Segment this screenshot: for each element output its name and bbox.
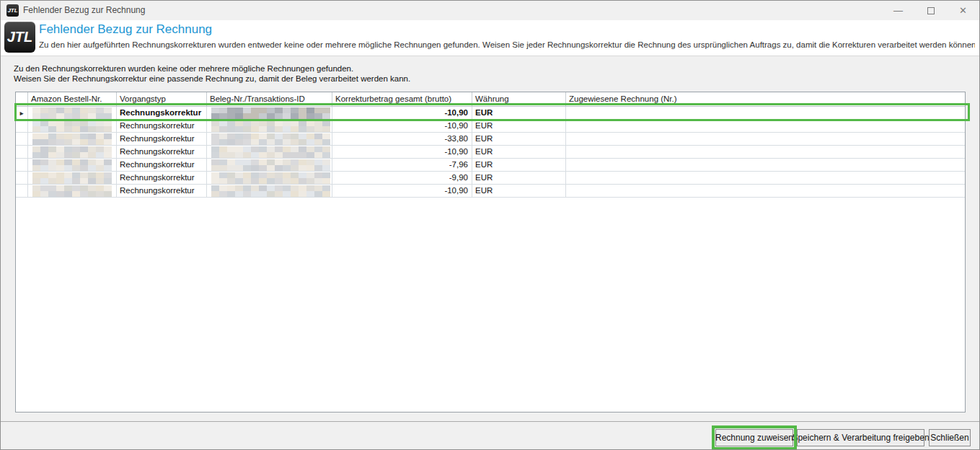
cell-waehrung: EUR [472,107,566,119]
table-row[interactable]: Rechnungskorrektur -7,96 EUR [16,159,965,172]
cell-zugewiesene-rechnung [566,146,965,158]
redacted-data [211,120,332,132]
row-selector-cell [16,120,28,132]
corrections-table: Amazon Bestell-Nr. Vorgangstyp Beleg-Nr.… [15,92,966,412]
row-selector-cell [16,133,28,145]
cell-korrekturbetrag: -7,96 [332,159,472,171]
cell-beleg-nr [207,107,332,119]
cell-beleg-nr [207,185,332,197]
row-selector-arrow-icon: ▸ [20,110,24,117]
redacted-data [32,185,115,197]
close-icon: ✕ [959,5,967,16]
cell-korrekturbetrag: -33,80 [332,133,472,145]
maximize-button[interactable] [914,1,947,20]
redacted-data [211,107,332,119]
cell-korrekturbetrag: -10,90 [332,120,472,132]
save-and-release-button[interactable]: Speichern & Verarbeitung freigeben [797,429,924,446]
cell-vorgangstyp: Rechnungskorrektur [117,159,207,171]
redacted-data [211,133,332,145]
column-header-waehrung[interactable]: Währung [472,92,566,106]
assign-invoice-button[interactable]: Rechnung zuweisen [715,429,793,446]
dialog-header: JTL Fehlender Bezug zur Rechnung Zu den … [1,20,979,56]
column-header-selector [16,92,28,106]
cell-vorgangstyp: Rechnungskorrektur [117,146,207,158]
row-selector-cell [16,159,28,171]
cell-korrekturbetrag: -9,90 [332,172,472,184]
column-header-beleg-nr[interactable]: Beleg-Nr./Transaktions-ID [207,92,332,106]
cell-amazon-bestell-nr [28,133,117,145]
cell-waehrung: EUR [472,172,566,184]
table-row[interactable]: Rechnungskorrektur -9,90 EUR [16,172,965,185]
cell-beleg-nr [207,120,332,132]
cell-waehrung: EUR [472,120,566,132]
cell-zugewiesene-rechnung [566,185,965,197]
redacted-data [32,172,115,184]
description-text: Zu den hier aufgeführten Rechnungskorrek… [39,40,975,49]
table-row[interactable]: Rechnungskorrektur -10,90 EUR [16,120,965,133]
window-title: Fehlender Bezug zur Rechnung [23,1,145,20]
cell-korrekturbetrag: -10,90 [332,146,472,158]
redacted-data [32,146,115,158]
close-dialog-button[interactable]: Schließen [929,429,971,446]
cell-waehrung: EUR [472,185,566,197]
cell-amazon-bestell-nr [28,185,117,197]
footer-divider [1,421,979,422]
column-header-amazon-bestell-nr[interactable]: Amazon Bestell-Nr. [28,92,117,106]
cell-vorgangstyp: Rechnungskorrektur [117,107,207,119]
row-selector-cell [16,146,28,158]
page-description: Zu den hier aufgeführten Rechnungskorrek… [39,40,975,49]
row-selector-cell: ▸ [16,107,28,119]
cell-beleg-nr [207,146,332,158]
cell-amazon-bestell-nr [28,172,117,184]
cell-amazon-bestell-nr [28,120,117,132]
cell-amazon-bestell-nr [28,146,117,158]
cell-beleg-nr [207,133,332,145]
redacted-data [32,120,115,132]
table-row[interactable]: Rechnungskorrektur -33,80 EUR [16,133,965,146]
cell-vorgangstyp: Rechnungskorrektur [117,172,207,184]
dialog-window: JTL Fehlender Bezug zur Rechnung — ✕ JTL… [0,0,980,450]
cell-waehrung: EUR [472,133,566,145]
cell-zugewiesene-rechnung [566,159,965,171]
instructions: Zu den Rechnungskorrekturen wurden keine… [14,63,410,84]
maximize-icon [927,7,935,14]
cell-korrekturbetrag: -10,90 [332,107,472,119]
instruction-line-2: Weisen Sie der Rechnungskorrektur eine p… [14,74,410,84]
table-row-selected[interactable]: ▸ Rechnungskorrektur -10,90 EUR [16,107,965,120]
column-header-vorgangstyp[interactable]: Vorgangstyp [117,92,207,106]
close-button[interactable]: ✕ [947,1,979,20]
cell-amazon-bestell-nr [28,159,117,171]
redacted-data [211,146,332,158]
table-row[interactable]: Rechnungskorrektur -10,90 EUR [16,146,965,159]
jtl-logo-icon: JTL [6,4,19,17]
redacted-data [32,159,115,171]
cell-zugewiesene-rechnung [566,107,965,119]
minimize-button[interactable]: — [882,1,914,20]
row-selector-cell [16,172,28,184]
cell-vorgangstyp: Rechnungskorrektur [117,185,207,197]
titlebar: JTL Fehlender Bezug zur Rechnung — ✕ [1,1,979,20]
redacted-data [211,159,332,171]
jtl-logo: JTL [4,22,35,53]
cell-korrekturbetrag: -10,90 [332,185,472,197]
column-header-korrekturbetrag[interactable]: Korrekturbetrag gesamt (brutto) [332,92,472,106]
column-header-zugewiesene-rechnung[interactable]: Zugewiesene Rechnung (Nr.) [566,92,965,106]
cell-waehrung: EUR [472,159,566,171]
cell-zugewiesene-rechnung [566,120,965,132]
page-title: Fehlender Bezug zur Rechnung [39,22,212,37]
instruction-line-1: Zu den Rechnungskorrekturen wurden keine… [14,63,410,74]
cell-vorgangstyp: Rechnungskorrektur [117,120,207,132]
table-row[interactable]: Rechnungskorrektur -10,90 EUR [16,185,965,198]
cell-waehrung: EUR [472,146,566,158]
cell-beleg-nr [207,172,332,184]
redacted-data [32,107,115,119]
cell-zugewiesene-rechnung [566,133,965,145]
redacted-data [32,133,115,145]
cell-amazon-bestell-nr [28,107,117,119]
row-selector-cell [16,185,28,197]
cell-vorgangstyp: Rechnungskorrektur [117,133,207,145]
minimize-icon: — [893,5,903,16]
cell-beleg-nr [207,159,332,171]
redacted-data [211,185,332,197]
cell-zugewiesene-rechnung [566,172,965,184]
